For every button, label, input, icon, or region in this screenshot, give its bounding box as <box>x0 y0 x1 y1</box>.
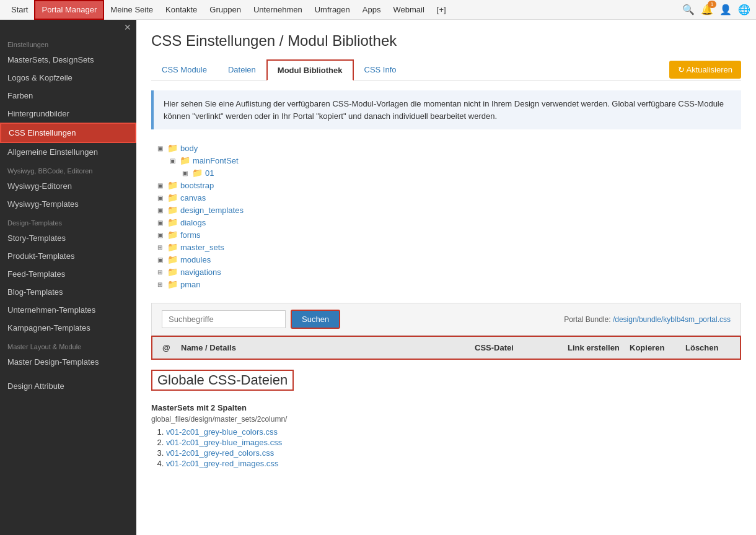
top-nav: Start Portal Manager Meine Seite Kontakt… <box>0 0 756 20</box>
tree-label-bootstrap[interactable]: bootstrap <box>180 181 214 190</box>
sidebar-section-master-layout: Master Layout & Module <box>0 337 136 353</box>
notification-badge: 1 <box>708 1 716 8</box>
tree-toggle-navigations: ⊞ <box>157 269 165 276</box>
sidebar-item-blog-templates[interactable]: Blog-Templates <box>0 283 136 301</box>
portal-bundle-link[interactable]: /design/bundle/kyblb4sm_portal.css <box>613 315 731 324</box>
sidebar-item-mastersets[interactable]: MasterSets, DesignSets <box>0 51 136 69</box>
sidebar-item-master-design-templates[interactable]: Master Design-Templates <box>0 353 136 371</box>
tab-dateien[interactable]: Dateien <box>218 59 266 80</box>
tree-item-modules[interactable]: ▣ 📁 modules <box>157 253 741 266</box>
user-icon[interactable]: 👤 <box>719 3 732 17</box>
tree-item-forms[interactable]: ▣ 📁 forms <box>157 228 741 241</box>
tree-item-mainfontset[interactable]: ▣ 📁 mainFontSet <box>170 154 741 167</box>
sidebar-item-allgemeine[interactable]: Allgemeine Einstellungen <box>0 143 136 161</box>
table-col-loeschen: Löschen <box>683 342 732 354</box>
tree-item-canvas[interactable]: ▣ 📁 canvas <box>157 191 741 204</box>
tab-actions: ↻ Aktualisieren <box>669 61 741 79</box>
global-section-title: Globale CSS-Dateien <box>151 370 294 391</box>
tree-toggle-bootstrap: ▣ <box>157 182 165 189</box>
tree-toggle-master-sets: ⊞ <box>157 244 165 251</box>
tree-toggle-dialogs: ▣ <box>157 219 165 226</box>
tree-item-pman[interactable]: ⊞ 📁 pman <box>157 278 741 290</box>
tree-toggle-pman: ⊞ <box>157 281 165 288</box>
tree-label-canvas[interactable]: canvas <box>180 193 206 202</box>
search-icon[interactable]: 🔍 <box>682 3 695 17</box>
global-section: Globale CSS-Dateien MasterSets mit 2 Spa… <box>151 360 741 468</box>
tab-css-info[interactable]: CSS Info <box>354 59 407 80</box>
portal-bundle: Portal Bundle: /design/bundle/kyblb4sm_p… <box>564 315 731 324</box>
file-link-3[interactable]: v01-2c01_grey-red_colors.css <box>166 448 274 458</box>
table-header: @ Name / Details CSS-Datei Link erstelle… <box>151 336 741 360</box>
tree-label-design-templates[interactable]: design_templates <box>180 206 244 215</box>
tree-label-navigations[interactable]: navigations <box>180 268 221 277</box>
table-col-link-erstellen: Link erstellen <box>565 342 627 354</box>
tab-modul-bibliothek[interactable]: Modul Bibliothek <box>266 59 354 80</box>
tree-item-body[interactable]: ▣ 📁 body <box>157 142 741 154</box>
tree-label-master-sets[interactable]: master_sets <box>180 243 224 252</box>
search-button[interactable]: Suchen <box>291 310 340 329</box>
tree-folder-icon-navigations: 📁 <box>167 267 178 277</box>
table-col-name: Name / Details <box>178 342 472 354</box>
tree-item-master-sets[interactable]: ⊞ 📁 master_sets <box>157 241 741 253</box>
file-link-4[interactable]: v01-2c01_grey-red_images.css <box>166 459 278 468</box>
sidebar-item-logos[interactable]: Logos & Kopfzeile <box>0 69 136 87</box>
sidebar-section-einstellungen: Einstellungen <box>0 35 136 51</box>
tree-toggle-mainfontset: ▣ <box>170 157 177 164</box>
tree-item-design-templates[interactable]: ▣ 📁 design_templates <box>157 204 741 216</box>
tree-label-forms[interactable]: forms <box>180 230 201 240</box>
list-item: v01-2c01_grey-red_colors.css <box>166 448 741 458</box>
tree-toggle-01: ▣ <box>182 170 190 176</box>
subsection-mastersets-2col: MasterSets mit 2 Spalten <box>151 403 741 412</box>
nav-umfragen[interactable]: Umfragen <box>309 0 356 20</box>
sidebar-item-story-templates[interactable]: Story-Templates <box>0 229 136 247</box>
nav-gruppen[interactable]: Gruppen <box>203 0 247 20</box>
nav-start[interactable]: Start <box>5 0 34 20</box>
nav-portal-manager[interactable]: Portal Manager <box>34 0 104 20</box>
nav-plus[interactable]: [+] <box>431 0 452 20</box>
sidebar-item-kampagnen-templates[interactable]: Kampagnen-Templates <box>0 319 136 337</box>
notification-icon[interactable]: 🔔 1 <box>700 3 714 17</box>
file-link-2[interactable]: v01-2c01_grey-blue_images.css <box>166 438 282 447</box>
sidebar-section-wysiwyg: Wysiwyg, BBCode, Editoren <box>0 161 136 177</box>
sidebar-item-farben[interactable]: Farben <box>0 87 136 105</box>
tree-label-modules[interactable]: modules <box>180 255 211 264</box>
tree-label-body[interactable]: body <box>180 144 198 153</box>
tab-css-module[interactable]: CSS Module <box>151 59 218 80</box>
nav-webmail[interactable]: Webmail <box>387 0 430 20</box>
sidebar-item-wysiwyg-templates[interactable]: Wysiwyg-Templates <box>0 195 136 213</box>
globe-icon[interactable]: 🌐 <box>737 3 751 17</box>
nav-meine-seite[interactable]: Meine Seite <box>104 0 159 20</box>
tree-item-dialogs[interactable]: ▣ 📁 dialogs <box>157 216 741 228</box>
tree-folder-icon-bootstrap: 📁 <box>167 180 178 190</box>
search-input[interactable] <box>162 310 286 328</box>
file-link-1[interactable]: v01-2c01_grey-blue_colors.css <box>166 427 278 437</box>
search-area: Suchen Portal Bundle: /design/bundle/kyb… <box>151 303 741 336</box>
sidebar-close[interactable]: ✕ <box>0 20 136 35</box>
sidebar-item-design-attribute[interactable]: Design Attribute <box>0 377 136 395</box>
tree-label-dialogs[interactable]: dialogs <box>180 218 206 227</box>
tree-label-mainfontset[interactable]: mainFontSet <box>193 156 239 165</box>
sidebar-section-design-templates: Design-Templates <box>0 213 136 229</box>
tree-item-bootstrap[interactable]: ▣ 📁 bootstrap <box>157 179 741 191</box>
refresh-button[interactable]: ↻ Aktualisieren <box>669 61 741 79</box>
tree-label-pman[interactable]: pman <box>180 280 201 289</box>
nav-unternehmen[interactable]: Unternehmen <box>247 0 309 20</box>
nav-apps[interactable]: Apps <box>356 0 387 20</box>
sidebar-item-wysiwyg-editoren[interactable]: Wysiwyg-Editoren <box>0 177 136 195</box>
tree-label-01[interactable]: 01 <box>205 168 214 178</box>
sidebar-item-unternehmen-templates[interactable]: Unternehmen-Templates <box>0 301 136 319</box>
sidebar: ✕ Einstellungen MasterSets, DesignSets L… <box>0 20 136 535</box>
tree-item-navigations[interactable]: ⊞ 📁 navigations <box>157 266 741 278</box>
top-nav-right: 🔍 🔔 1 👤 🌐 <box>682 3 751 17</box>
tree-toggle-design-templates: ▣ <box>157 207 165 214</box>
tree-item-01[interactable]: ▣ 📁 01 <box>182 167 741 179</box>
sidebar-item-css-einstellungen[interactable]: CSS Einstellungen <box>0 123 136 143</box>
sidebar-item-hintergrund[interactable]: Hintergrundbilder <box>0 105 136 123</box>
list-item: v01-2c01_grey-blue_colors.css <box>166 427 741 437</box>
nav-kontakte[interactable]: Kontakte <box>159 0 203 20</box>
sidebar-item-feed-templates[interactable]: Feed-Templates <box>0 265 136 283</box>
sidebar-item-produkt-templates[interactable]: Produkt-Templates <box>0 247 136 265</box>
list-item: v01-2c01_grey-red_images.css <box>166 459 741 468</box>
tree-toggle-canvas: ▣ <box>157 194 165 201</box>
tree-folder-icon-01: 📁 <box>192 168 203 178</box>
